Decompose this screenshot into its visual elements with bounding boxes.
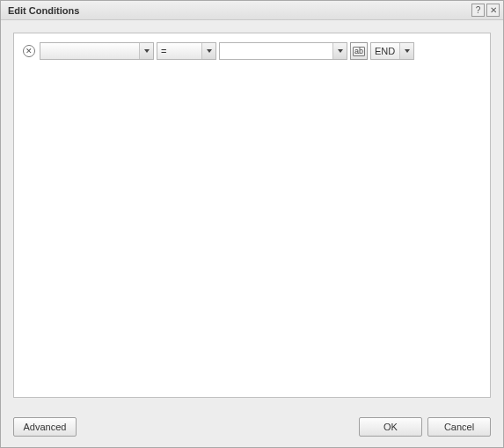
- chevron-down-icon: [399, 43, 413, 59]
- logical-select[interactable]: END: [370, 42, 414, 60]
- edit-conditions-dialog: Edit Conditions ? ✕ ✕ =: [0, 0, 504, 448]
- logical-select-value: END: [371, 46, 399, 56]
- condition-row: ✕ = ab END: [23, 42, 481, 60]
- title-controls: ? ✕: [471, 4, 500, 17]
- text-mode-button[interactable]: ab: [350, 42, 368, 60]
- help-icon[interactable]: ?: [471, 4, 485, 17]
- operator-select[interactable]: =: [157, 42, 216, 60]
- conditions-panel: ✕ = ab END: [13, 33, 491, 398]
- advanced-button[interactable]: Advanced: [13, 417, 77, 437]
- cancel-button[interactable]: Cancel: [427, 417, 491, 437]
- remove-condition-icon[interactable]: ✕: [23, 45, 35, 57]
- chevron-down-icon: [139, 43, 153, 59]
- chevron-down-icon: [201, 43, 215, 59]
- close-icon[interactable]: ✕: [486, 4, 500, 17]
- ab-icon: ab: [353, 47, 365, 56]
- button-bar: Advanced OK Cancel: [1, 410, 503, 447]
- ok-button[interactable]: OK: [359, 417, 422, 437]
- content-area: ✕ = ab END: [1, 20, 503, 410]
- operator-select-value: =: [157, 46, 201, 56]
- value-select[interactable]: [219, 42, 347, 60]
- dialog-title: Edit Conditions: [8, 5, 471, 16]
- field-select[interactable]: [40, 42, 154, 60]
- chevron-down-icon: [332, 43, 347, 59]
- title-bar: Edit Conditions ? ✕: [1, 1, 503, 20]
